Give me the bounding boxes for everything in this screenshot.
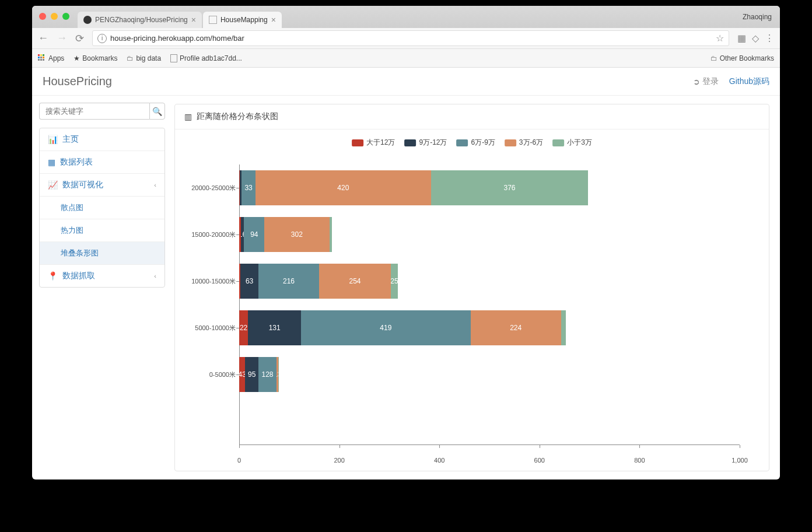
legend-entry[interactable]: 3万-6万 bbox=[505, 138, 543, 148]
close-window-icon[interactable] bbox=[39, 13, 46, 20]
bar-segment[interactable]: 94 bbox=[244, 217, 264, 252]
panel-heading: ▥ 距离随价格分布条状图 bbox=[175, 104, 769, 130]
sidebar-item-crawl[interactable]: 📍 数据抓取 ‹ bbox=[40, 264, 164, 287]
legend-label: 9万-12万 bbox=[419, 138, 447, 148]
legend-label: 3万-6万 bbox=[519, 138, 543, 148]
extension-shield-icon[interactable]: ◇ bbox=[752, 33, 759, 44]
extension-icons: ▦ ◇ ⋮ bbox=[737, 33, 774, 44]
tab-title: PENGZhaoqing/HousePricing bbox=[95, 16, 188, 24]
tab-title: HouseMapping bbox=[220, 16, 268, 24]
bar-segment[interactable]: 131 bbox=[248, 310, 301, 345]
bar-segment[interactable]: 224 bbox=[471, 310, 561, 345]
browser-tab-strip: PENGZhaoqing/HousePricing × HouseMapping… bbox=[32, 6, 780, 28]
bar-row: 439512813 bbox=[239, 357, 379, 392]
bookmark-label: big data bbox=[136, 54, 161, 62]
bar-segment[interactable]: 216 bbox=[258, 264, 319, 299]
search-input[interactable] bbox=[39, 103, 149, 120]
browser-tab[interactable]: PENGZhaoqing/HousePricing × bbox=[78, 12, 202, 28]
minimize-window-icon[interactable] bbox=[51, 13, 58, 20]
legend-entry[interactable]: 小于3万 bbox=[552, 138, 592, 148]
y-tick-label: 15000-20000米 bbox=[191, 230, 239, 239]
browser-tab-active[interactable]: HouseMapping × bbox=[203, 12, 282, 28]
star-icon: ★ bbox=[74, 54, 80, 62]
bar-segment[interactable] bbox=[561, 310, 566, 345]
bar-segment[interactable]: 43 bbox=[239, 357, 245, 392]
sidebar-sub-scatter[interactable]: 散点图 bbox=[40, 196, 164, 219]
legend-swatch-icon bbox=[352, 139, 363, 146]
close-tab-icon[interactable]: × bbox=[191, 15, 196, 24]
page-icon bbox=[170, 54, 177, 62]
bar-segment[interactable]: 420 bbox=[256, 170, 431, 205]
legend-entry[interactable]: 6万-9万 bbox=[457, 138, 495, 148]
app-header: HousePricing ➲ 登录 Github源码 bbox=[32, 68, 780, 96]
window-traffic-lights[interactable] bbox=[39, 13, 69, 20]
bookmark-star-icon[interactable]: ☆ bbox=[716, 33, 724, 44]
sidebar-sub-stacked-bar[interactable]: 堆叠条形图 bbox=[40, 242, 164, 264]
bar-row: 33420376 bbox=[239, 170, 657, 205]
bar-segment[interactable]: 63 bbox=[240, 264, 258, 299]
bar-segment[interactable]: 419 bbox=[301, 310, 470, 345]
bar-row: 1694302 bbox=[239, 217, 454, 252]
sidebar-sub-heatmap[interactable]: 热力图 bbox=[40, 219, 164, 242]
sidebar-item-visualization[interactable]: 📈 数据可视化 ‹ bbox=[40, 173, 164, 196]
search-button[interactable]: 🔍 bbox=[149, 103, 165, 120]
legend-swatch-icon bbox=[552, 139, 564, 146]
bookmark-label: Apps bbox=[48, 54, 64, 62]
table-icon: ▦ bbox=[48, 158, 55, 167]
chrome-menu-icon[interactable]: ⋮ bbox=[765, 33, 774, 44]
browser-window: PENGZhaoqing/HousePricing × HouseMapping… bbox=[32, 6, 780, 480]
panel-title: 距离随价格分布条状图 bbox=[197, 111, 278, 122]
bar-segment[interactable]: 376 bbox=[431, 170, 588, 205]
address-bar[interactable]: i house-pricing.herokuapp.com/home/bar ☆ bbox=[92, 30, 729, 46]
sidebar-item-home[interactable]: 📊 主页 bbox=[40, 128, 164, 150]
sidebar-item-label: 数据抓取 bbox=[62, 271, 95, 281]
site-info-icon[interactable]: i bbox=[97, 34, 107, 43]
other-bookmarks[interactable]: 🗀 Other Bookmarks bbox=[710, 54, 774, 62]
chrome-profile-name[interactable]: Zhaoqing bbox=[743, 13, 772, 21]
bar-chart-icon: ▥ bbox=[184, 112, 192, 121]
bar-segment[interactable]: 25 bbox=[391, 264, 398, 299]
apps-grid-icon bbox=[38, 54, 44, 62]
bar-segment[interactable]: 22 bbox=[239, 310, 248, 345]
app-body: 🔍 📊 主页 ▦ 数据列表 📈 数据可视化 ‹ bbox=[32, 96, 780, 480]
page-favicon-icon bbox=[209, 16, 217, 24]
dashboard-icon: 📊 bbox=[48, 135, 58, 144]
bookmark-item[interactable]: Profile adb1ac7dd... bbox=[170, 54, 242, 62]
bar-segment[interactable]: 128 bbox=[258, 357, 276, 392]
bar-segment[interactable]: 302 bbox=[264, 217, 329, 252]
login-icon: ➲ bbox=[693, 77, 700, 86]
search-group: 🔍 bbox=[39, 103, 165, 120]
x-tick-label: 1,000 bbox=[732, 457, 748, 464]
maximize-window-icon[interactable] bbox=[62, 13, 69, 20]
url-text: house-pricing.herokuapp.com/home/bar bbox=[110, 34, 244, 43]
github-source-link[interactable]: Github源码 bbox=[729, 76, 769, 87]
legend-entry[interactable]: 大于12万 bbox=[352, 138, 395, 148]
legend-entry[interactable]: 9万-12万 bbox=[404, 138, 447, 148]
y-tick-label: 20000-25000米 bbox=[191, 184, 239, 192]
brand-title[interactable]: HousePricing bbox=[43, 75, 112, 88]
bookmark-label: Profile adb1ac7dd... bbox=[180, 54, 242, 62]
chart-icon: 📈 bbox=[48, 180, 58, 190]
sidebar: 🔍 📊 主页 ▦ 数据列表 📈 数据可视化 ‹ bbox=[32, 96, 172, 480]
sidebar-item-data-list[interactable]: ▦ 数据列表 bbox=[40, 150, 164, 173]
x-axis-line bbox=[239, 444, 740, 445]
bar-segment[interactable] bbox=[330, 217, 332, 252]
login-link[interactable]: ➲ 登录 bbox=[693, 76, 719, 87]
bookmark-folder[interactable]: 🗀 big data bbox=[127, 54, 161, 62]
back-button-icon[interactable]: ← bbox=[38, 32, 48, 44]
x-tick-label: 600 bbox=[534, 457, 545, 464]
close-tab-icon[interactable]: × bbox=[271, 15, 276, 24]
login-label: 登录 bbox=[702, 76, 719, 87]
reload-button-icon[interactable]: ⟳ bbox=[75, 32, 84, 45]
x-tick-label: 200 bbox=[334, 457, 344, 464]
legend-label: 大于12万 bbox=[366, 138, 395, 148]
chart-legend: 大于12万9万-12万6万-9万3万-6万小于3万 bbox=[352, 138, 592, 148]
bar-segment[interactable]: 95 bbox=[245, 357, 258, 392]
bar-segment[interactable]: 33 bbox=[242, 170, 256, 205]
apps-shortcut[interactable]: Apps bbox=[38, 54, 64, 62]
legend-swatch-icon bbox=[505, 139, 516, 146]
folder-icon: 🗀 bbox=[710, 54, 718, 62]
bookmark-item[interactable]: ★ Bookmarks bbox=[74, 54, 117, 62]
bar-segment[interactable]: 254 bbox=[319, 264, 391, 299]
extension-icon[interactable]: ▦ bbox=[737, 33, 746, 44]
